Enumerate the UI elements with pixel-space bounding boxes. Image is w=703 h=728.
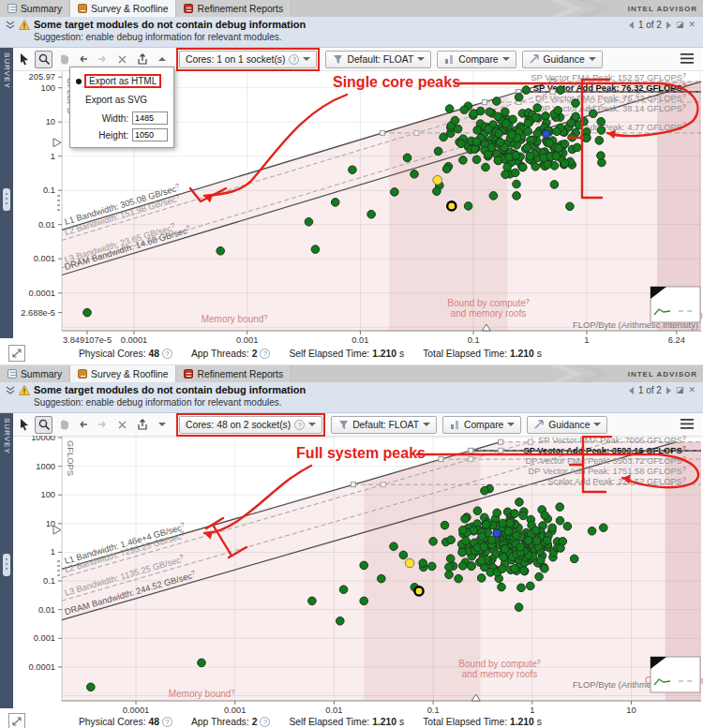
collapse-chevron-icon[interactable] bbox=[6, 21, 15, 47]
export-width-input[interactable] bbox=[132, 111, 168, 125]
refinement-tab-icon bbox=[184, 4, 193, 13]
guidance-dropdown[interactable]: Guidance bbox=[527, 416, 607, 434]
svg-text:0.0001: 0.0001 bbox=[29, 662, 55, 672]
menu-item-export-svg[interactable]: Export as SVG bbox=[76, 95, 170, 105]
loop-dot bbox=[440, 133, 448, 141]
float-window-icon[interactable]: ◪ bbox=[676, 21, 684, 29]
loop-dot bbox=[493, 97, 501, 106]
loop-dot bbox=[495, 129, 503, 138]
loop-dot bbox=[597, 118, 606, 126]
pager-prev-icon[interactable] bbox=[629, 387, 634, 394]
physical-cores-value: 48 bbox=[149, 349, 159, 359]
loop-dot bbox=[563, 522, 572, 530]
filter-dropdown[interactable]: Default: FLOAT bbox=[331, 416, 437, 434]
undo-icon[interactable] bbox=[74, 416, 92, 434]
loop-dot bbox=[493, 509, 501, 517]
guidance-dropdown[interactable]: Guidance bbox=[522, 51, 603, 68]
export-menu-toggle-icon[interactable] bbox=[153, 416, 171, 434]
menu-item-export-html[interactable]: Export as HTML bbox=[84, 74, 161, 88]
brand-name: INTEL ADVISOR bbox=[628, 370, 697, 379]
export-menu-toggle-icon[interactable] bbox=[153, 51, 171, 68]
splitter-handle[interactable] bbox=[3, 554, 10, 576]
loop-dot bbox=[516, 498, 524, 507]
minimap[interactable] bbox=[651, 287, 700, 322]
compare-dropdown[interactable]: Compare bbox=[437, 51, 516, 68]
float-window-icon[interactable]: ◪ bbox=[676, 386, 684, 394]
chevron-down-icon bbox=[593, 423, 601, 426]
export-icon[interactable] bbox=[133, 416, 151, 434]
svg-text:DP Vector Add Peak: 1751.58 GF: DP Vector Add Peak: 1751.58 GFLOPS? bbox=[529, 466, 687, 476]
close-icon[interactable]: ✕ bbox=[688, 386, 696, 394]
cores-dropdown[interactable]: Cores: 48 on 2 socket(s) bbox=[179, 416, 322, 434]
filter-dropdown[interactable]: Default: FLOAT bbox=[325, 51, 431, 68]
pager: 1 of 2 ◪ ✕ bbox=[629, 385, 696, 395]
compare-dropdown[interactable]: Compare bbox=[442, 416, 521, 434]
cores-dropdown[interactable]: Cores: 1 on 1 socket(s) bbox=[179, 51, 317, 68]
undo-icon[interactable] bbox=[74, 51, 92, 68]
physical-cores-label: Physical Cores: bbox=[79, 717, 146, 727]
tab-summary[interactable]: Summary bbox=[0, 365, 70, 382]
pan-hand-icon[interactable] bbox=[54, 416, 72, 434]
loop-dot bbox=[553, 127, 561, 136]
pager-next-icon[interactable] bbox=[666, 387, 671, 394]
intel-advisor-brand: INTEL ADVISOR bbox=[512, 0, 703, 17]
tab-survey-roofline[interactable]: Survey & Roofline bbox=[70, 0, 176, 17]
select-cursor-icon[interactable] bbox=[15, 416, 33, 434]
app-threads-value: 2 bbox=[252, 717, 258, 727]
y-axis-marker bbox=[53, 526, 61, 534]
cancel-zoom-icon[interactable] bbox=[113, 51, 131, 68]
loop-dot bbox=[485, 126, 493, 134]
loop-dot bbox=[567, 119, 576, 127]
roof-menu-icon[interactable] bbox=[681, 51, 694, 67]
pane-splitter-handle[interactable] bbox=[57, 560, 60, 579]
loop-dot bbox=[556, 516, 564, 525]
select-cursor-icon[interactable] bbox=[15, 51, 33, 68]
pager-next-icon[interactable] bbox=[666, 22, 671, 29]
highlight-yellow-dot bbox=[405, 558, 414, 568]
pane-splitter-handle[interactable] bbox=[57, 195, 60, 214]
zoom-tool-icon[interactable] bbox=[35, 51, 52, 68]
redo-icon[interactable] bbox=[94, 51, 112, 68]
highlight-yellow-dot bbox=[433, 175, 442, 185]
tab-survey-roofline[interactable]: Survey & Roofline bbox=[70, 365, 176, 382]
loop-dot bbox=[511, 510, 519, 518]
redo-icon[interactable] bbox=[94, 416, 112, 434]
loop-dot bbox=[541, 512, 549, 520]
compare-icon bbox=[449, 419, 460, 430]
splitter-handle[interactable] bbox=[3, 188, 10, 211]
cancel-zoom-icon[interactable] bbox=[113, 416, 131, 434]
zoom-tool-icon[interactable] bbox=[35, 416, 52, 434]
collapse-chevron-icon[interactable] bbox=[6, 386, 15, 412]
loop-dot bbox=[533, 104, 542, 112]
close-icon[interactable]: ✕ bbox=[688, 21, 696, 29]
loop-dot bbox=[541, 565, 549, 573]
survey-sidebar[interactable]: SURVEY bbox=[0, 413, 13, 708]
loop-dot bbox=[508, 131, 516, 140]
pager-prev-icon[interactable] bbox=[629, 22, 634, 29]
minimap[interactable] bbox=[651, 657, 700, 692]
expand-icon[interactable] bbox=[8, 345, 25, 362]
loop-dot bbox=[458, 548, 467, 557]
tab-summary[interactable]: Summary bbox=[0, 0, 70, 17]
loop-dot bbox=[513, 531, 521, 540]
warning-icon bbox=[19, 385, 30, 412]
export-icon[interactable] bbox=[133, 51, 151, 68]
help-badge-icon bbox=[260, 717, 270, 727]
export-height-input[interactable] bbox=[132, 128, 168, 141]
roofline-chart[interactable]: 1000010001001010.10.010.0010.00010.00010… bbox=[0, 436, 703, 716]
roof-menu-icon[interactable] bbox=[681, 416, 694, 433]
loop-dot bbox=[464, 202, 472, 211]
annotation-text: Single core peaks bbox=[333, 74, 460, 90]
loop-dot bbox=[87, 683, 96, 691]
tab-refinement-reports[interactable]: Refinement Reports bbox=[176, 0, 292, 17]
survey-tab-icon bbox=[78, 4, 87, 13]
loop-dot bbox=[473, 126, 482, 135]
svg-text:1000: 1000 bbox=[36, 462, 55, 471]
pan-hand-icon[interactable] bbox=[54, 51, 72, 68]
summary-tab-icon bbox=[7, 369, 17, 379]
loop-dot bbox=[446, 555, 455, 563]
expand-icon[interactable] bbox=[8, 713, 25, 728]
survey-sidebar[interactable]: SURVEY bbox=[0, 48, 13, 338]
loop-dot bbox=[458, 527, 467, 535]
tab-refinement-reports[interactable]: Refinement Reports bbox=[176, 365, 292, 382]
